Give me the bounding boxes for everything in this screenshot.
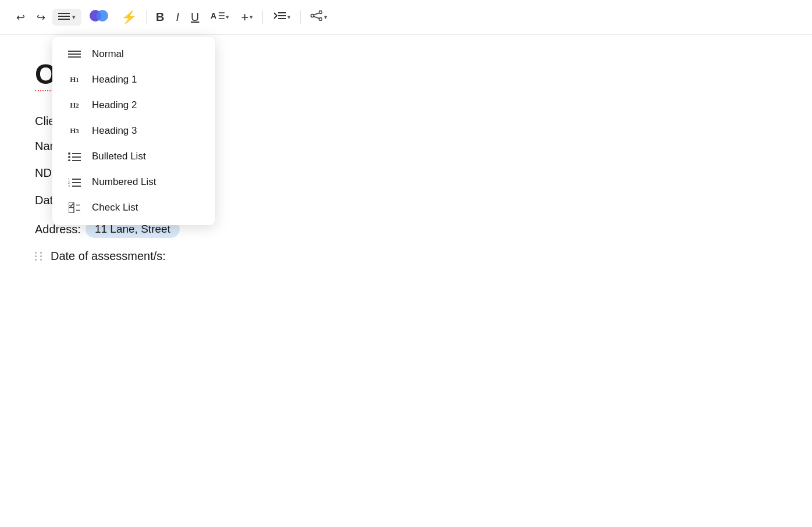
format-dropdown-chevron: ▾ xyxy=(72,13,76,21)
text-align-chevron: ▾ xyxy=(226,13,229,21)
bold-button[interactable]: B xyxy=(151,7,169,27)
heading2-icon: H2 xyxy=(66,101,83,110)
svg-rect-18 xyxy=(69,202,74,208)
divider-3 xyxy=(300,10,301,24)
undo-button[interactable]: ↩ xyxy=(12,8,30,27)
text-align-button[interactable]: A ▾ xyxy=(206,7,234,27)
divider-1 xyxy=(146,10,147,24)
indent-button[interactable]: ▾ xyxy=(268,7,295,27)
share-icon xyxy=(310,10,323,24)
svg-point-31 xyxy=(319,11,322,14)
format-dropdown-container: ▾ Normal H1 Heading 1 xyxy=(52,9,81,26)
dropdown-item-heading2-label: Heading 2 xyxy=(92,99,137,111)
ai-button[interactable] xyxy=(84,5,114,29)
svg-point-10 xyxy=(68,159,70,161)
dropdown-item-numbered-label: Numbered List xyxy=(92,176,156,188)
dropdown-item-normal[interactable]: Normal xyxy=(52,41,215,67)
format-dropdown-menu: Normal H1 Heading 1 H2 Heading 2 H3 xyxy=(52,37,215,225)
normal-icon xyxy=(66,50,83,58)
redo-button[interactable]: ↪ xyxy=(32,8,50,27)
dropdown-item-normal-label: Normal xyxy=(92,48,124,60)
dropdown-item-bulleted-label: Bulleted List xyxy=(92,151,146,162)
svg-text:A: A xyxy=(211,11,216,20)
lightning-button[interactable]: ⚡ xyxy=(116,6,141,29)
dropdown-item-heading2[interactable]: H2 Heading 2 xyxy=(52,92,215,118)
dropdown-item-heading1[interactable]: H1 Heading 1 xyxy=(52,67,215,92)
svg-rect-21 xyxy=(69,208,74,213)
format-lines-icon xyxy=(58,12,70,22)
check-list-icon xyxy=(66,202,83,213)
lightning-icon: ⚡ xyxy=(121,10,137,25)
text-align-icon: A xyxy=(211,10,225,24)
format-dropdown-button[interactable]: ▾ xyxy=(52,9,81,26)
assessment-row: Date of assessment/s: xyxy=(35,250,777,263)
dropdown-item-heading3-label: Heading 3 xyxy=(92,125,137,137)
svg-line-34 xyxy=(314,13,320,15)
indent-icon xyxy=(272,10,286,24)
svg-line-35 xyxy=(314,16,320,19)
svg-point-23 xyxy=(97,10,108,22)
svg-text:3.: 3. xyxy=(68,184,70,187)
underline-button[interactable]: U xyxy=(186,7,204,27)
dropdown-item-numbered[interactable]: 1. 2. 3. Numbered List xyxy=(52,169,215,195)
dropdown-item-heading1-label: Heading 1 xyxy=(92,74,137,86)
insert-button[interactable]: + ▾ xyxy=(236,6,258,29)
heading1-icon: H1 xyxy=(66,75,83,84)
ai-icon xyxy=(88,9,109,26)
indent-chevron: ▾ xyxy=(287,13,291,21)
dropdown-item-bulleted[interactable]: Bulleted List xyxy=(52,144,215,169)
insert-icon: + xyxy=(241,10,248,25)
bulleted-list-icon xyxy=(66,152,83,161)
dropdown-item-checklist-label: Check List xyxy=(92,202,138,213)
italic-button[interactable]: I xyxy=(171,7,184,27)
share-button[interactable]: ▾ xyxy=(305,7,332,27)
toolbar: ↩ ↪ ▾ xyxy=(0,0,812,35)
svg-point-6 xyxy=(68,152,70,155)
dropdown-item-checklist[interactable]: Check List xyxy=(52,195,215,220)
svg-point-33 xyxy=(311,15,314,17)
insert-chevron: ▾ xyxy=(250,13,253,21)
divider-2 xyxy=(262,10,263,24)
numbered-list-icon: 1. 2. 3. xyxy=(66,177,83,187)
heading3-icon: H3 xyxy=(66,126,83,136)
dropdown-item-heading3[interactable]: H3 Heading 3 xyxy=(52,118,215,144)
svg-point-8 xyxy=(68,156,70,158)
assessment-label: Date of assessment/s: xyxy=(51,250,166,263)
share-chevron: ▾ xyxy=(324,13,327,21)
drag-handle[interactable] xyxy=(35,252,44,261)
svg-point-32 xyxy=(319,18,322,21)
